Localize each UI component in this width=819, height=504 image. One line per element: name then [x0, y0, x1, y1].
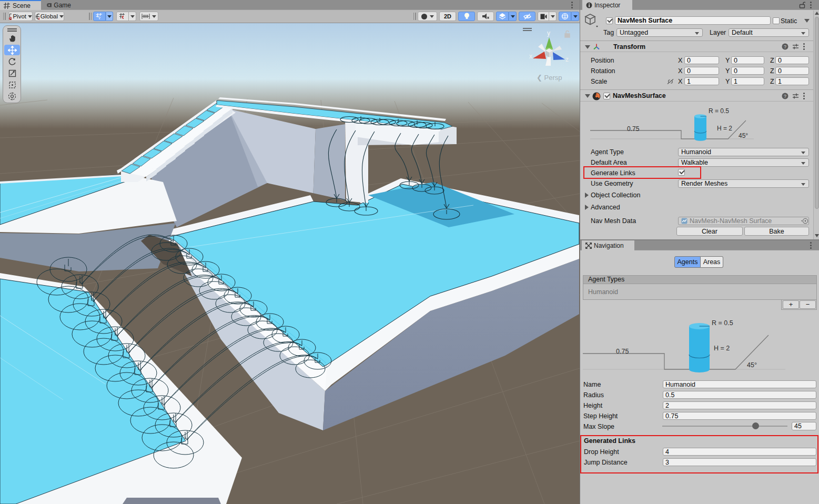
- svg-text:?: ?: [784, 44, 786, 49]
- svg-text:x: x: [529, 53, 532, 60]
- svg-text:H = 2: H = 2: [714, 345, 730, 352]
- svg-text:0.75: 0.75: [616, 348, 629, 355]
- svg-text:45°: 45°: [747, 361, 757, 369]
- svg-text:H = 2: H = 2: [717, 125, 732, 132]
- svg-text:R = 0.5: R = 0.5: [709, 107, 729, 115]
- svg-text:R = 0.5: R = 0.5: [712, 319, 733, 327]
- svg-text:y: y: [547, 29, 550, 37]
- svg-text:Y: Y: [98, 16, 100, 20]
- svg-text:?: ?: [784, 94, 786, 99]
- svg-text:0.75: 0.75: [627, 125, 640, 133]
- svg-text:❮ Persp: ❮ Persp: [537, 74, 562, 82]
- svg-text:45°: 45°: [739, 132, 748, 139]
- svg-text:z: z: [565, 56, 569, 63]
